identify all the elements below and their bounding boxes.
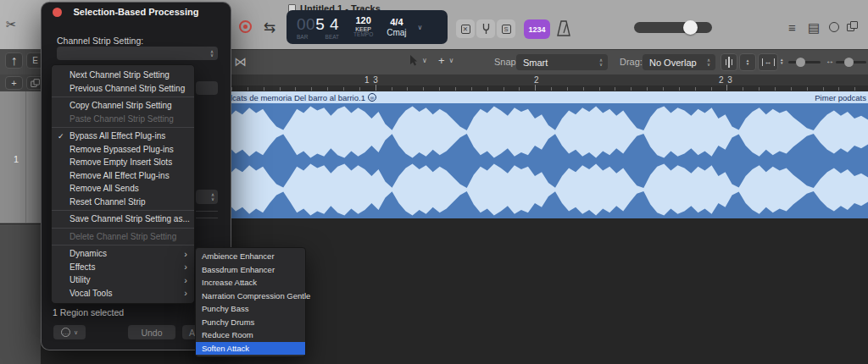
submenu-item-ambience-enhancer[interactable]: Ambience Enhancer (196, 250, 305, 263)
ruler-tick (343, 87, 344, 91)
audio-region-header[interactable]: lcats de memoria Del barro al barrio.1 ∞… (229, 91, 868, 103)
chevron-down-icon: ∨ (707, 63, 710, 67)
ruler-tick (311, 87, 312, 91)
ruler-tick (264, 87, 264, 91)
audio-region-waveform[interactable] (229, 103, 868, 218)
snap-select[interactable]: Smart ∧∨ (516, 54, 608, 70)
undo-button[interactable]: Undo (128, 325, 175, 339)
menu-item-label: Delete Channel Strip Setting (70, 232, 176, 241)
back-button[interactable]: ↑ (5, 52, 23, 69)
ruler-tick (791, 87, 792, 91)
metronome-button[interactable] (555, 19, 572, 39)
secondary-tool-chevron-icon: ∨ (449, 57, 454, 64)
submenu-item-punchy-bass[interactable]: Punchy Bass (196, 302, 305, 316)
menu-item-vocal-tools[interactable]: Vocal Tools› (52, 287, 194, 301)
horizontal-zoom-icon: ↔ (826, 56, 834, 65)
ruler-bar-label: 2 (534, 75, 540, 85)
menu-item-label: Vocal Tools (70, 289, 112, 298)
bar-ruler[interactable]: 1 322 3 (229, 74, 868, 91)
checkmark-icon: ✓ (58, 132, 64, 141)
ruler-tick (423, 87, 424, 91)
ruler-tick (535, 85, 536, 91)
menu-item-dynamics[interactable]: Dynamics› (52, 247, 194, 261)
pointer-tool-button[interactable]: ∨ (409, 55, 427, 66)
lcd-tempo: 120 KEEP TEMPO (353, 16, 373, 38)
track-header[interactable]: 1 (0, 91, 41, 223)
left-toolbar-strip: ↑ E (0, 49, 41, 74)
menu-item-reset-channel-strip[interactable]: Reset Channel Strip (52, 196, 194, 209)
solo-button[interactable]: S (497, 19, 515, 38)
menu-item-paste-channel-strip-setting[interactable]: Paste Channel Strip Setting (52, 113, 194, 126)
list-editors-button[interactable]: ≡ (788, 20, 796, 35)
menu-item-effects[interactable]: Effects› (52, 261, 194, 274)
menu-item-delete-channel-strip-setting[interactable]: Delete Channel Strip Setting (52, 230, 194, 244)
ruler-tick (376, 85, 376, 91)
cycle-button[interactable]: ⇆ (264, 19, 275, 36)
menu-item-bypass-all-effect-plug-ins[interactable]: ✓Bypass All Effect Plug-ins (52, 130, 194, 143)
add-track-button[interactable]: + (5, 76, 23, 90)
more-options-button[interactable]: … ∨ (53, 325, 86, 339)
drag-select[interactable]: No Overlap ∧∨ (643, 54, 715, 70)
ruler-tick (359, 87, 360, 91)
menu-item-utility[interactable]: Utility› (52, 273, 194, 287)
menu-item-remove-all-effect-plug-ins[interactable]: Remove All Effect Plug-ins (52, 169, 194, 183)
list-icon: ≡ (788, 20, 796, 35)
dialog-partial-select[interactable]: ∧∨ (196, 190, 218, 204)
submenu-item-label: Increase Attack (202, 278, 257, 287)
submenu-item-soften-attack[interactable]: Soften Attack (196, 342, 305, 356)
dialog-divider (196, 211, 218, 212)
scissors-icon[interactable]: ✂ (6, 17, 17, 32)
ruler-tick (615, 87, 615, 91)
submenu-item-increase-attack[interactable]: Increase Attack (196, 276, 305, 290)
submenu-item-bassdrum-enhancer[interactable]: Bassdrum Enhancer (196, 263, 305, 277)
horizontal-zoom-knob[interactable] (844, 58, 854, 67)
no-input-button[interactable]: ✕ (456, 19, 475, 38)
lcd-chevron-down-icon[interactable]: ∨ (418, 24, 423, 31)
horizontal-zoom-slider[interactable] (836, 61, 866, 63)
ruler-bar-label: 2 3 (719, 75, 733, 85)
note-pads-button[interactable]: ▤ (808, 20, 820, 36)
lcd-tempo-value: 120 (353, 16, 373, 26)
loop-browser-button[interactable] (829, 22, 839, 32)
submenu-item-reduce-room[interactable]: Reduce Room (196, 328, 305, 342)
tuner-button[interactable] (476, 19, 495, 38)
menu-item-previous-channel-strip-setting[interactable]: Previous Channel Strip Setting (52, 82, 194, 96)
lcd-display[interactable]: 005 4 BARBEAT 120 KEEP TEMPO 4/4 Cmaj ∨ (287, 10, 448, 44)
menu-divider (52, 127, 194, 128)
channel-strip-setting-select[interactable]: ∧∨ (57, 47, 218, 60)
vertical-auto-zoom-button[interactable]: ▲▼ (739, 53, 756, 71)
menu-item-remove-all-sends[interactable]: Remove All Sends (52, 182, 194, 196)
submenu-item-punchy-drums[interactable]: Punchy Drums (196, 316, 305, 329)
master-volume-slider[interactable] (634, 22, 712, 33)
drag-value: No Overlap (649, 58, 707, 68)
region-automation-icon[interactable]: ⋈ (234, 54, 247, 69)
menu-item-label: Bypass All Effect Plug-ins (70, 131, 165, 141)
cycle-icon: ⇆ (264, 19, 275, 36)
pointer-tool-chevron-icon: ∨ (422, 57, 427, 64)
fit-zoom-button[interactable]: ↔ (758, 53, 778, 71)
record-button[interactable] (239, 20, 252, 33)
ruler-tick (392, 87, 392, 91)
menu-item-remove-bypassed-plug-ins[interactable]: Remove Bypassed Plug-ins (52, 143, 194, 157)
count-in-button[interactable]: 1234 (524, 19, 550, 39)
waveform-zoom-button[interactable] (721, 53, 737, 71)
browsers-button[interactable] (847, 21, 859, 32)
vertical-zoom-knob[interactable] (796, 58, 805, 67)
track-area-lower-left (0, 224, 41, 364)
volume-knob[interactable] (683, 20, 698, 35)
secondary-tool-button[interactable]: + ∨ (438, 54, 453, 67)
submenu-item-label: Reduce Room (202, 330, 253, 339)
menu-item-copy-channel-strip-setting[interactable]: Copy Channel Strip Setting (52, 99, 194, 113)
dynamics-submenu: Ambience EnhancerBassdrum EnhancerIncrea… (195, 247, 306, 357)
vertical-zoom-slider[interactable] (788, 61, 821, 63)
track-header-divider (25, 91, 26, 223)
menu-item-save-channel-strip-setting-as[interactable]: Save Channel Strip Setting as... (52, 212, 194, 226)
metronome-icon (555, 19, 572, 39)
menu-item-remove-empty-insert-slots[interactable]: Remove Empty Insert Slots (52, 156, 194, 169)
menu-item-next-channel-strip-setting[interactable]: Next Channel Strip Setting (52, 69, 194, 82)
ruler-tick (231, 87, 232, 91)
ruler-tick (743, 87, 743, 91)
dialog-partial-button[interactable] (196, 81, 218, 95)
submenu-item-narration-compression-gentle[interactable]: Narration Compression Gentle (196, 290, 305, 303)
tuning-fork-icon (481, 23, 491, 35)
